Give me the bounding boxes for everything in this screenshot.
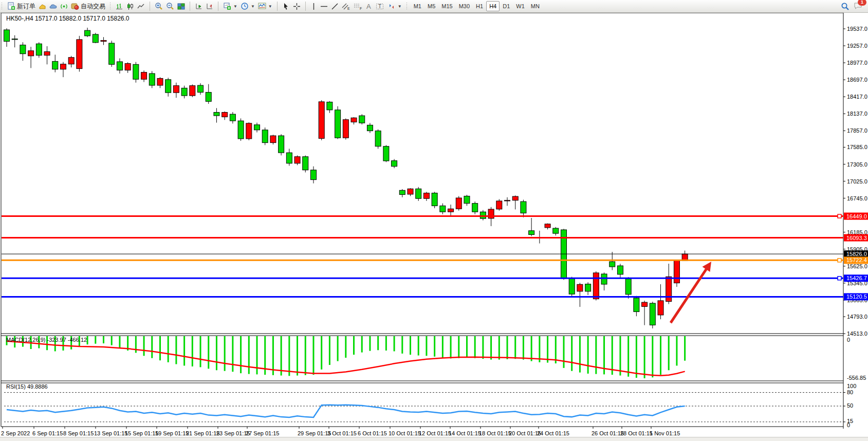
bar-chart-mode-button[interactable]	[114, 1, 125, 11]
candle[interactable]	[117, 62, 122, 70]
candle[interactable]	[310, 170, 316, 180]
candle[interactable]	[585, 284, 591, 291]
time-axis-label[interactable]: 20 Oct 01:15	[509, 430, 541, 436]
new-chart-dropdown-caret[interactable]: ▼	[233, 4, 237, 9]
candle[interactable]	[367, 125, 373, 131]
candle[interactable]	[399, 190, 405, 194]
arrows-tool-button[interactable]: ▼	[386, 1, 403, 11]
candle[interactable]	[617, 266, 623, 274]
candle[interactable]	[206, 93, 211, 102]
candle[interactable]	[68, 58, 74, 64]
equidistant-channel-tool-button[interactable]: E	[340, 1, 352, 11]
timeframe-button-m1[interactable]: M1	[411, 1, 424, 11]
candle[interactable]	[416, 189, 421, 198]
candle[interactable]	[505, 200, 510, 201]
candle[interactable]	[125, 64, 131, 70]
cursor-tool-button[interactable]	[281, 1, 291, 11]
timeframe-button-h4[interactable]: H4	[486, 1, 500, 11]
fibonacci-tool-button[interactable]: F	[352, 1, 364, 11]
candle[interactable]	[133, 64, 139, 79]
indicators-dropdown-caret[interactable]: ▼	[268, 4, 272, 9]
candle[interactable]	[327, 102, 333, 110]
market-watch-button[interactable]	[37, 1, 48, 11]
text-tool-button[interactable]: A	[364, 1, 374, 11]
candle[interactable]	[392, 161, 397, 167]
time-axis-label[interactable]: 2 Sep 2022	[1, 430, 30, 436]
candle[interactable]	[658, 301, 663, 315]
candle[interactable]	[165, 80, 171, 93]
time-axis-label[interactable]: 14 Oct 01:15	[449, 430, 481, 436]
candle[interactable]	[496, 201, 502, 209]
horizontal-line-tool-button[interactable]	[319, 1, 329, 11]
candle[interactable]	[545, 224, 550, 228]
candlestick-mode-button[interactable]	[125, 1, 136, 11]
candle[interactable]	[359, 116, 365, 123]
candle[interactable]	[440, 206, 446, 212]
candle[interactable]	[472, 204, 478, 212]
time-axis-label[interactable]: 15 Sep 01:15	[125, 430, 158, 436]
candle[interactable]	[303, 157, 308, 170]
time-axis-label[interactable]: 1 Nov 01:15	[650, 430, 680, 436]
candle[interactable]	[286, 153, 292, 163]
timeframe-button-w1[interactable]: W1	[513, 1, 528, 11]
time-axis-label[interactable]: 21 Sep 01:15	[186, 430, 219, 436]
time-axis-label[interactable]: 29 Sep 01:15	[298, 430, 331, 436]
candle[interactable]	[141, 72, 147, 80]
candle[interactable]	[254, 125, 260, 130]
tile-windows-button[interactable]	[176, 1, 187, 11]
search-icon[interactable]	[841, 2, 849, 11]
period-presets-caret[interactable]: ▼	[251, 4, 255, 9]
new-order-button[interactable]: 新订单	[6, 1, 37, 11]
candle[interactable]	[44, 52, 50, 56]
trendline-tool-button[interactable]	[329, 1, 340, 11]
candle[interactable]	[448, 209, 454, 212]
candle[interactable]	[569, 279, 575, 294]
candle[interactable]	[85, 30, 90, 36]
candle[interactable]	[610, 262, 615, 267]
time-axis-label[interactable]: 13 Sep 01:15	[94, 430, 127, 436]
time-axis-label[interactable]: 24 Oct 01:15	[537, 430, 569, 436]
candle[interactable]	[157, 78, 163, 85]
candle[interactable]	[512, 196, 518, 200]
candle[interactable]	[650, 303, 655, 325]
time-axis-label[interactable]: 26 Oct 01:15	[592, 430, 624, 436]
candle[interactable]	[270, 136, 276, 143]
candle[interactable]	[553, 228, 559, 233]
candle[interactable]	[666, 277, 672, 301]
candle[interactable]	[52, 61, 58, 69]
time-axis-label[interactable]: 12 Oct 01:15	[419, 430, 451, 436]
candle[interactable]	[319, 102, 324, 138]
candle[interactable]	[238, 121, 244, 139]
candle[interactable]	[634, 298, 639, 312]
period-presets-button[interactable]: ▼	[239, 1, 256, 11]
candle[interactable]	[456, 198, 461, 209]
candle[interactable]	[529, 231, 534, 235]
candle[interactable]	[423, 193, 429, 199]
candle[interactable]	[173, 86, 179, 93]
candle[interactable]	[214, 113, 219, 116]
candle[interactable]	[343, 120, 348, 138]
candle[interactable]	[262, 130, 268, 143]
line-handle[interactable]	[838, 214, 841, 218]
candle[interactable]	[294, 157, 300, 163]
line-handle[interactable]	[838, 259, 841, 262]
candle[interactable]	[464, 196, 470, 204]
new-chart-button[interactable]: ▼	[221, 1, 239, 11]
auto-scroll-button[interactable]	[193, 1, 204, 11]
autotrade-button[interactable]: 自动交易	[69, 1, 107, 11]
time-axis-label[interactable]: 10 Oct 01:15	[389, 430, 421, 436]
time-axis-label[interactable]: 27 Sep 01:15	[246, 430, 279, 436]
candle[interactable]	[28, 51, 34, 56]
candle[interactable]	[521, 201, 526, 213]
candle[interactable]	[408, 189, 413, 194]
candle[interactable]	[181, 88, 187, 96]
candle[interactable]	[488, 209, 494, 218]
candle[interactable]	[109, 43, 115, 64]
candle[interactable]	[432, 193, 437, 206]
signals-button[interactable]	[59, 1, 69, 11]
time-axis-label[interactable]: 18 Oct 01:15	[479, 430, 511, 436]
time-axis-label[interactable]: 8 Sep 01:15	[63, 430, 94, 436]
candle[interactable]	[230, 114, 235, 121]
candle[interactable]	[674, 261, 679, 283]
label-tool-button[interactable]: T	[374, 1, 386, 11]
